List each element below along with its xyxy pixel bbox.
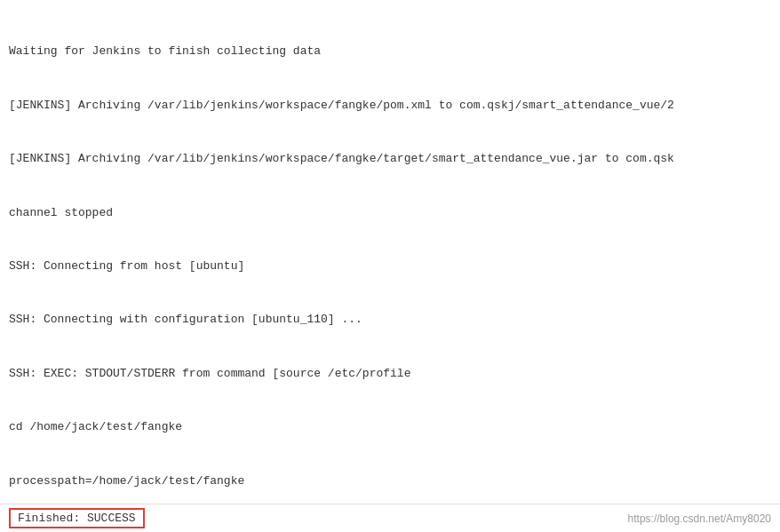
terminal-line-3: [JENKINS] Archiving /var/lib/jenkins/wor… bbox=[9, 150, 771, 168]
terminal-line-1: Waiting for Jenkins to finish collecting… bbox=[9, 43, 771, 60]
finished-success-label: Finished: SUCCESS bbox=[9, 508, 145, 528]
terminal-line-7: SSH: EXEC: STDOUT/STDERR from command [s… bbox=[9, 365, 771, 383]
terminal-line-2: [JENKINS] Archiving /var/lib/jenkins/wor… bbox=[9, 97, 771, 115]
terminal-line-6: SSH: Connecting with configuration [ubun… bbox=[9, 311, 771, 329]
terminal-line-5: SSH: Connecting from host [ubuntu] bbox=[9, 258, 771, 275]
terminal-line-9: processpath=/home/jack/test/fangke bbox=[9, 472, 771, 490]
watermark-label: https://blog.csdn.net/Amy8020 bbox=[628, 512, 771, 525]
terminal-output: Waiting for Jenkins to finish collecting… bbox=[0, 0, 780, 504]
bottom-bar: Finished: SUCCESS https://blog.csdn.net/… bbox=[0, 504, 780, 532]
terminal-line-4: channel stopped bbox=[9, 204, 771, 222]
terminal-container: Waiting for Jenkins to finish collecting… bbox=[0, 0, 780, 532]
terminal-line-8: cd /home/jack/test/fangke bbox=[9, 418, 771, 436]
